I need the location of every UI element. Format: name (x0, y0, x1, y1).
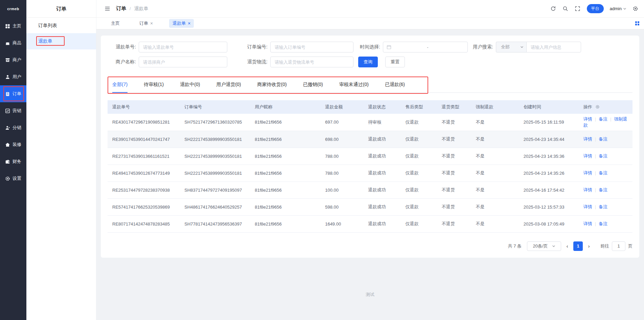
sidebar-item-settings[interactable]: 设置 (0, 170, 26, 187)
cell-aftersale-type: 仅退款 (402, 165, 438, 182)
cell-aftersale-type: 仅退款 (402, 182, 438, 198)
search-button[interactable]: 查询 (358, 57, 378, 67)
cell-refund-no: RE273174539013661161521 (108, 148, 181, 165)
column-settings-gear-icon[interactable] (595, 105, 600, 109)
refresh-icon[interactable] (550, 6, 556, 12)
settings-gear-icon (5, 176, 10, 181)
sidebar-item-product[interactable]: 商品 (0, 35, 26, 51)
sidebar-item-distribution[interactable]: 分销 (0, 119, 26, 136)
breadcrumb-menu[interactable]: 订单 (116, 5, 126, 12)
search-icon[interactable] (562, 6, 569, 12)
product-bag-icon (5, 41, 10, 46)
page-size-select[interactable]: 20条/页 (527, 241, 561, 251)
cell-created: 2025-04-23 14:35:44 (520, 131, 580, 148)
sidebar-item-label: 装修 (13, 142, 21, 148)
sidebar-item-label: 营销 (13, 108, 21, 114)
distribution-person-icon (5, 125, 10, 130)
cell-created: 2025-03-12 15:57:33 (520, 198, 580, 215)
remark-link[interactable]: 备注 (599, 153, 607, 158)
sidebar-item-label: 商品 (13, 40, 21, 46)
order-no-input[interactable] (270, 42, 353, 52)
user-menu[interactable]: admin (610, 6, 626, 11)
table-header-row: 退款单号 订单编号 用户昵称 退款金额 退款状态 售后类型 退货类型 强制退款 … (108, 100, 632, 114)
sidebar-item-home[interactable]: 主页 (0, 18, 26, 35)
cell-amount: 698.00 (322, 131, 365, 148)
sidebar-item-label: 财务 (13, 158, 21, 165)
detail-link[interactable]: 详情 (583, 153, 592, 158)
page-tab-order[interactable]: 订单 × (136, 19, 156, 28)
merchant-input[interactable] (139, 57, 227, 67)
table-row: RE574174176625320539869 SH48617417662464… (108, 198, 632, 215)
remark-link[interactable]: 备注 (599, 204, 607, 209)
status-tab[interactable]: 审核未通过(0) (339, 78, 369, 92)
cell-forced: 不是 (473, 165, 520, 182)
detail-link[interactable]: 详情 (583, 116, 592, 122)
cell-forced: 不是 (473, 114, 520, 131)
settings-gear-icon-top[interactable] (632, 6, 639, 12)
status-tab[interactable]: 已撤销(0) (303, 78, 323, 92)
sidebar-item-label: 分销 (13, 125, 21, 131)
sidebar-item-order[interactable]: 订单 (0, 85, 26, 102)
cell-aftersale-type: 仅退款 (402, 114, 438, 131)
status-tab[interactable]: 商家待收货(0) (257, 78, 287, 92)
remark-link[interactable]: 备注 (599, 221, 607, 226)
cell-return-type: 不退货 (438, 215, 473, 232)
tabs-grid-icon[interactable] (635, 21, 639, 25)
sidebar-item-user[interactable]: 用户 (0, 68, 26, 85)
cell-aftersale-type: 仅退款 (402, 131, 438, 148)
date-range-picker[interactable]: - (383, 42, 468, 52)
merchant-store-icon (5, 58, 10, 63)
total-count: 共 7 条 (508, 243, 522, 249)
page-tab-label: 订单 (139, 20, 148, 26)
close-tab-icon[interactable]: × (188, 21, 190, 26)
fullscreen-icon[interactable] (575, 6, 581, 12)
remark-link[interactable]: 备注 (599, 187, 607, 192)
cell-created: 2025-04-23 14:35:26 (520, 165, 580, 182)
close-tab-icon[interactable]: × (150, 21, 153, 26)
collapse-menu-icon[interactable] (105, 6, 111, 12)
remark-link[interactable]: 备注 (599, 170, 607, 175)
current-page[interactable]: 1 (573, 241, 583, 251)
user-search-input[interactable] (526, 42, 581, 52)
cell-amount: 1649.00 (322, 215, 365, 232)
status-tab[interactable]: 退款中(0) (180, 78, 200, 92)
submenu-section-order-list[interactable]: 订单列表 (26, 18, 96, 33)
goto-page-input[interactable] (612, 241, 625, 251)
sidebar-item-decoration[interactable]: 装修 (0, 136, 26, 153)
status-tab[interactable]: 用户退货(0) (216, 78, 241, 92)
detail-link[interactable]: 详情 (583, 204, 592, 209)
status-tab[interactable]: 待审核(1) (144, 78, 164, 92)
cell-refund-no: RE253174479728238370938 (108, 182, 181, 198)
detail-link[interactable]: 详情 (583, 136, 592, 142)
platform-badge[interactable]: 平台 (587, 4, 604, 13)
sidebar-item-label: 用户 (13, 74, 21, 80)
page-tab-refund[interactable]: 退款单 × (169, 19, 194, 28)
status-tab[interactable]: 已退款(6) (385, 78, 405, 92)
user-search-type-select[interactable]: 全部 (496, 42, 526, 52)
app-logo: crmeb (0, 0, 26, 18)
cell-actions: 详情|备注 (580, 131, 632, 148)
cell-status: 退款成功 (365, 215, 402, 232)
remark-link[interactable]: 备注 (599, 136, 607, 142)
cell-actions: 详情|备注|强制退款 (580, 114, 632, 131)
submenu-item-refund-order[interactable]: 退款单 (26, 33, 96, 49)
reset-button[interactable]: 重置 (385, 57, 405, 67)
sidebar-item-marketing[interactable]: 营销 (0, 102, 26, 119)
sidebar-item-finance[interactable]: 财务 (0, 153, 26, 170)
refund-no-input[interactable] (139, 42, 227, 52)
remark-link[interactable]: 备注 (599, 116, 607, 122)
status-tab[interactable]: 全部(7) (112, 78, 128, 93)
detail-link[interactable]: 详情 (583, 170, 592, 175)
next-page-arrow[interactable]: › (583, 243, 595, 249)
col-nickname: 用户昵称 (251, 100, 322, 114)
cell-aftersale-type: 仅退款 (402, 215, 438, 232)
page-tab-home[interactable]: 主页 (108, 19, 123, 28)
time-select-label: 时间选择: (358, 44, 383, 50)
detail-link[interactable]: 详情 (583, 221, 592, 226)
cell-aftersale-type: 仅退款 (402, 148, 438, 165)
sidebar-item-merchant[interactable]: 商户 (0, 51, 26, 68)
table-row: RE430174729671909851281 SH75217472967136… (108, 114, 632, 131)
prev-page-arrow[interactable]: ‹ (561, 243, 573, 249)
detail-link[interactable]: 详情 (583, 187, 592, 192)
logistics-input[interactable] (270, 57, 353, 67)
